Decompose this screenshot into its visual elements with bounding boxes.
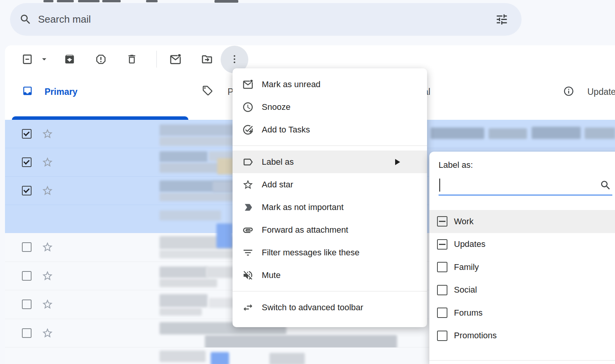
- submenu-arrow-icon: [395, 159, 400, 165]
- report-spam-button[interactable]: [93, 45, 108, 73]
- menu-item-mute[interactable]: Mute: [233, 264, 427, 286]
- menu-item-label: Snooze: [262, 102, 291, 112]
- mark-unread-button[interactable]: [167, 45, 183, 73]
- redacted-text: [211, 352, 229, 364]
- label-name: Updates: [454, 239, 485, 249]
- menu-item-label: Label as: [262, 157, 294, 167]
- star-icon: [242, 179, 254, 190]
- label-checkbox[interactable]: [437, 285, 447, 295]
- select-dropdown-icon[interactable]: [39, 45, 50, 73]
- redacted-fragment: [78, 0, 100, 2]
- row-checkbox[interactable]: [22, 271, 32, 281]
- star-icon[interactable]: [42, 185, 53, 197]
- search-input[interactable]: [37, 13, 522, 26]
- label-option-updates[interactable]: Updates: [429, 233, 615, 256]
- row-checkbox[interactable]: [22, 299, 32, 309]
- menu-item-add-to-tasks[interactable]: Add to Tasks: [233, 118, 427, 141]
- menu-item-add-star[interactable]: Add star: [233, 173, 427, 196]
- label-option-promotions[interactable]: Promotions: [429, 324, 615, 347]
- redacted-text: [269, 353, 305, 364]
- star-icon[interactable]: [42, 156, 53, 168]
- label-checkbox[interactable]: [437, 331, 447, 341]
- delete-button[interactable]: [124, 45, 140, 73]
- submenu-divider: [429, 360, 615, 361]
- menu-divider: [233, 146, 427, 146]
- redacted-text: [160, 163, 225, 173]
- menu-item-forward-as-attachment[interactable]: Forward as attachment: [233, 218, 427, 241]
- redacted-fragment: [57, 0, 74, 2]
- context-menu: Mark as unread Snooze Add to Tasks Label…: [233, 68, 427, 327]
- archive-button[interactable]: [62, 45, 77, 73]
- menu-item-filter-messages[interactable]: Filter messages like these: [233, 241, 427, 264]
- menu-item-snooze[interactable]: Snooze: [233, 96, 427, 118]
- redacted-fragment: [146, 0, 158, 2]
- tab-updates[interactable]: Updates: [587, 87, 615, 97]
- label-name: Work: [454, 217, 474, 227]
- search-icon: [19, 13, 32, 26]
- label-as-submenu: Label as: Work Updates Family Social: [429, 152, 615, 364]
- label-option-social[interactable]: Social: [429, 279, 615, 302]
- label-search-row[interactable]: [439, 175, 612, 195]
- tab-primary[interactable]: Primary: [45, 87, 78, 97]
- label-option-work[interactable]: Work: [429, 210, 615, 233]
- menu-item-label: Forward as attachment: [262, 225, 348, 235]
- menu-item-mark-not-important[interactable]: Mark as not important: [233, 196, 427, 218]
- label-search-input[interactable]: [440, 180, 600, 190]
- menu-item-label: Mark as unread: [262, 79, 321, 89]
- clock-icon: [242, 101, 254, 113]
- search-options-icon[interactable]: [495, 13, 509, 26]
- redacted-text: [160, 266, 208, 278]
- label-checkbox[interactable]: [437, 216, 447, 227]
- label-name: Social: [454, 285, 477, 295]
- toolbar-divider: [156, 51, 157, 68]
- menu-item-label: Add to Tasks: [262, 125, 310, 135]
- redacted-avatar: [216, 223, 233, 248]
- mute-icon: [242, 270, 254, 281]
- menu-item-mark-as-unread[interactable]: Mark as unread: [233, 73, 427, 96]
- star-icon[interactable]: [42, 327, 53, 339]
- redacted-text: [206, 266, 237, 278]
- redacted-fragment: [214, 0, 238, 3]
- label-option-family[interactable]: Family: [429, 256, 615, 279]
- row-checkbox[interactable]: [22, 242, 32, 252]
- label-checkbox[interactable]: [437, 262, 447, 272]
- redacted-text: [160, 151, 208, 162]
- info-icon[interactable]: [563, 86, 574, 97]
- add-task-icon: [242, 124, 254, 136]
- select-all-checkbox[interactable]: [20, 45, 34, 73]
- star-icon[interactable]: [42, 241, 53, 253]
- label-as-title: Label as:: [439, 159, 612, 170]
- search-icon: [600, 179, 612, 191]
- mail-unread-icon: [242, 79, 254, 90]
- move-to-button[interactable]: [199, 45, 215, 73]
- star-icon[interactable]: [42, 270, 53, 282]
- menu-item-label: Switch to advanced toolbar: [262, 303, 363, 313]
- star-icon[interactable]: [42, 298, 53, 310]
- label-checkbox[interactable]: [437, 308, 447, 318]
- row-checkbox[interactable]: [22, 129, 32, 139]
- attachment-icon: [242, 224, 254, 236]
- label-option-forums[interactable]: Forums: [429, 301, 615, 324]
- label-name: Family: [454, 262, 479, 272]
- promotions-tab-icon[interactable]: [202, 85, 213, 96]
- menu-item-label-as[interactable]: Label as: [233, 151, 427, 173]
- redacted-text: [213, 181, 234, 192]
- redacted-text: [160, 210, 221, 220]
- row-checkbox[interactable]: [22, 328, 32, 338]
- redacted-text: [160, 351, 206, 362]
- label-checkbox[interactable]: [437, 239, 447, 250]
- star-icon[interactable]: [42, 128, 53, 140]
- label-name: Promotions: [454, 331, 497, 341]
- row-checkbox[interactable]: [22, 186, 32, 195]
- row-checkbox[interactable]: [22, 157, 32, 167]
- redacted-text: [217, 158, 234, 174]
- menu-item-switch-toolbar[interactable]: Switch to advanced toolbar: [233, 296, 427, 319]
- menu-item-label: Add star: [262, 180, 293, 190]
- redacted-text: [160, 294, 208, 307]
- menu-item-label: Filter messages like these: [262, 248, 359, 258]
- redacted-text: [585, 127, 615, 139]
- gmail-app: Primary Promotions Social Updates: [0, 0, 615, 364]
- search-bar[interactable]: [10, 3, 522, 36]
- importance-icon: [242, 202, 254, 213]
- redacted-text: [532, 127, 581, 139]
